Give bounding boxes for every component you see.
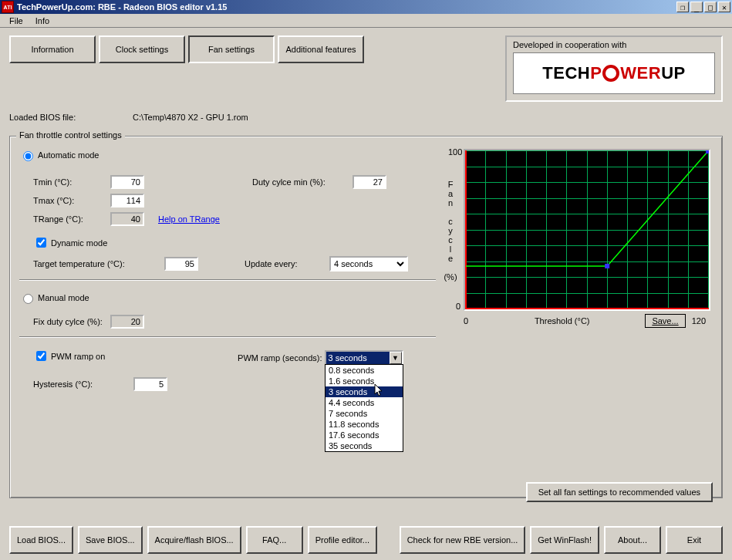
- window-title: TechPowerUp.com: RBE - Radeon BIOS edito…: [17, 2, 676, 12]
- logo-tech: TECH: [542, 63, 590, 83]
- pwm-ramp-option[interactable]: 1.6 seconds: [326, 376, 403, 386]
- chart-xlabel: Threshold (°C): [479, 316, 645, 326]
- fan-throttle-group: Automatic mode Tmin (°C): Duty cylce min…: [9, 136, 723, 498]
- logo-wer: WER: [620, 63, 661, 83]
- hysteresis-input[interactable]: [133, 377, 167, 391]
- pwm-ramp-option[interactable]: 17.6 seconds: [326, 430, 403, 440]
- tmin-input[interactable]: [110, 175, 144, 189]
- pwm-ramp-seconds-label: PWM ramp (seconds):: [238, 353, 322, 363]
- pwm-ramp-option[interactable]: 35 seconds: [326, 440, 403, 451]
- chart-xtick-min: 0: [464, 316, 479, 326]
- fixduty-label: Fix duty cylce (%):: [33, 317, 110, 326]
- tab-additional-features[interactable]: Additional features: [278, 35, 364, 63]
- chart-ylabel: Fancycle(%): [444, 180, 457, 282]
- target-temp-label: Target temperature (°C):: [33, 259, 164, 268]
- app-icon: ATI: [2, 1, 14, 13]
- fixduty-input: [110, 315, 144, 329]
- close-icon[interactable]: ✕: [718, 2, 730, 12]
- logo-up: UP: [661, 63, 686, 83]
- tab-clock-settings[interactable]: Clock settings: [99, 35, 185, 63]
- target-temp-input[interactable]: [164, 257, 198, 271]
- profile-editor-button[interactable]: Profile editor...: [308, 526, 377, 554]
- tmax-label: Tmax (°C):: [33, 196, 110, 205]
- dynamic-mode-checkbox[interactable]: [36, 238, 46, 248]
- manual-mode-label: Manual mode: [38, 293, 89, 302]
- recommended-values-button[interactable]: Set all fan settings to recommended valu…: [526, 482, 713, 502]
- minimize-icon[interactable]: _: [690, 2, 703, 12]
- restore-down-icon[interactable]: ❐: [676, 2, 689, 12]
- save-bios-button[interactable]: Save BIOS...: [78, 526, 143, 554]
- pwm-ramp-option[interactable]: 11.8 seconds: [326, 419, 403, 430]
- get-winflash-button[interactable]: Get WinFlash!: [530, 526, 599, 554]
- chart-save-button[interactable]: Save...: [645, 314, 685, 328]
- hysteresis-label: Hysteresis (°C):: [33, 380, 133, 389]
- logo-ring-icon: [602, 65, 619, 82]
- acquire-flash-button[interactable]: Acquire/flash BIOS...: [147, 526, 241, 554]
- automatic-mode-radio[interactable]: [23, 151, 33, 161]
- pwm-ramp-select[interactable]: 3 seconds ▼: [325, 350, 403, 366]
- exit-button[interactable]: Exit: [666, 526, 723, 554]
- manual-mode-radio[interactable]: [23, 294, 33, 304]
- loaded-bios-label: Loaded BIOS file:: [9, 113, 133, 122]
- sponsor-label: Developed in cooperation with: [513, 40, 715, 49]
- techpowerup-logo[interactable]: TECHPWERUP: [513, 52, 715, 94]
- loaded-bios-value: C:\Temp\4870 X2 - GPU 1.rom: [133, 113, 248, 122]
- pwm-ramp-option[interactable]: 4.4 seconds: [326, 397, 403, 408]
- update-every-select[interactable]: 4 seconds: [329, 256, 408, 272]
- faq-button[interactable]: FAQ...: [246, 526, 303, 554]
- update-every-label: Update every:: [245, 259, 329, 268]
- logo-p: P: [590, 63, 602, 83]
- pwm-ramp-on-label: PWM ramp on: [51, 352, 105, 361]
- load-bios-button[interactable]: Load BIOS...: [9, 526, 73, 554]
- chart-ytick-max: 100: [448, 147, 462, 157]
- automatic-mode-label: Automatic mode: [38, 150, 99, 160]
- menu-file[interactable]: File: [3, 15, 29, 27]
- trange-input: [110, 212, 144, 226]
- dutymin-label: Duty cylce min (%):: [252, 177, 353, 187]
- pwm-ramp-option[interactable]: 3 seconds: [326, 386, 403, 397]
- fan-curve-chart: 100 Fancycle(%) 0 0 Threshold (°C) Save.…: [444, 149, 706, 328]
- about-button[interactable]: About...: [604, 526, 661, 554]
- menu-info[interactable]: Info: [29, 15, 56, 27]
- tab-information[interactable]: Information: [9, 35, 96, 63]
- tmax-input[interactable]: [110, 194, 144, 207]
- tmin-label: Tmin (°C):: [33, 177, 110, 187]
- dynamic-mode-label: Dynamic mode: [51, 238, 107, 248]
- chart-xtick-max: 120: [692, 316, 706, 326]
- pwm-ramp-dropdown[interactable]: 0.8 seconds1.6 seconds3 seconds4.4 secon…: [325, 364, 403, 452]
- pwm-ramp-option[interactable]: 0.8 seconds: [326, 365, 403, 376]
- chart-ytick-min: 0: [456, 302, 460, 329]
- sponsor-panel: Developed in cooperation with TECHPWERUP: [505, 35, 723, 102]
- trange-help-link[interactable]: Help on TRange: [158, 214, 220, 224]
- pwm-ramp-value: 3 seconds: [329, 353, 367, 363]
- dutymin-input[interactable]: [353, 175, 386, 189]
- tab-fan-settings[interactable]: Fan settings: [188, 35, 275, 63]
- check-version-button[interactable]: Check for new RBE version...: [400, 526, 526, 554]
- chevron-down-icon[interactable]: ▼: [390, 352, 402, 364]
- maximize-icon[interactable]: □: [704, 2, 717, 12]
- pwm-ramp-option[interactable]: 7 seconds: [326, 408, 403, 419]
- pwm-ramp-checkbox[interactable]: [36, 351, 46, 361]
- trange-label: TRange (°C):: [33, 214, 110, 224]
